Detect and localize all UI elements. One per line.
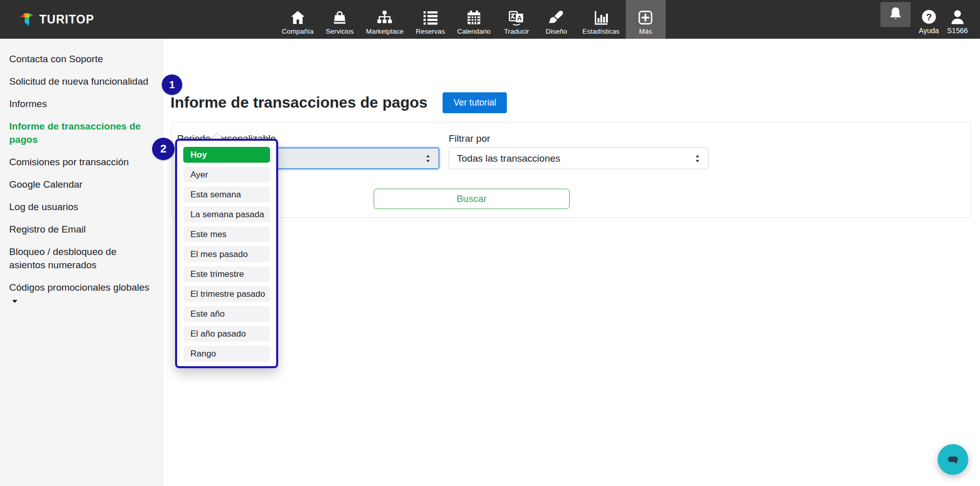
dropdown-option-mes-pasado[interactable]: El mes pasado (183, 246, 270, 262)
chat-bubble-icon (945, 451, 961, 468)
topnav-item-mas[interactable]: Más (626, 0, 666, 39)
top-navigation-bar: TURITOP Compañía Servicios Marketplace R… (0, 0, 980, 39)
sidebar-item-solicitud[interactable]: Solicitud de nueva funcionalidad (9, 75, 153, 88)
home-icon (289, 9, 306, 26)
select-updown-icon (424, 154, 432, 163)
view-tutorial-button[interactable]: Ver tutorial (443, 92, 507, 113)
logo[interactable]: TURITOP (0, 0, 276, 39)
topnav-item-diseno[interactable]: Diseño (536, 0, 576, 39)
page-title: Informe de transacciones de pagos (170, 91, 427, 114)
sitemap-icon (376, 9, 394, 26)
sidebar-item-soporte[interactable]: Contacta con Soporte (9, 53, 153, 66)
topnav-item-traducir[interactable]: A Traducir (497, 0, 536, 39)
sidebar-item-registro-email[interactable]: Registro de Email (9, 223, 153, 236)
notifications-button[interactable] (880, 2, 911, 27)
calendar-icon (465, 9, 482, 26)
sidebar: Contacta con Soporte Solicitud de nueva … (0, 39, 163, 486)
chat-launcher-button[interactable] (938, 444, 968, 475)
transactions-filter-value: Todas las transacciones (457, 153, 560, 164)
topnav-item-reservas[interactable]: Reservas (410, 0, 451, 39)
sidebar-item-bloqueo-asientos[interactable]: Bloqueo / desbloqueo de asientos numerad… (9, 245, 153, 272)
dropdown-option-ayer[interactable]: Ayer (183, 167, 270, 183)
topnav-item-calendario[interactable]: Calendario (451, 0, 497, 39)
topbar-right-group: ? Ayuda S1566 (880, 0, 980, 39)
chart-icon (592, 9, 609, 26)
sidebar-item-comisiones[interactable]: Comisiones por transacción (9, 156, 153, 169)
dropdown-option-semana-pasada[interactable]: La semana pasada (183, 207, 270, 222)
annotation-step-2-badge: 2 (152, 138, 175, 160)
dropdown-option-esta-semana[interactable]: Esta semana (183, 187, 270, 202)
dropdown-option-ano-pasado[interactable]: El año pasado (183, 326, 270, 342)
dropdown-option-hoy[interactable]: Hoy (183, 147, 270, 163)
filters-panel: Periodo personalizable Hoy Filtrar por T… (172, 122, 971, 218)
brush-icon (548, 9, 565, 26)
transactions-filter-select[interactable]: Todas las transacciones (449, 147, 708, 169)
search-button[interactable]: Buscar (374, 189, 570, 209)
period-dropdown: Hoy Ayer Esta semana La semana pasada Es… (175, 139, 278, 368)
annotation-step-1-badge: 1 (162, 74, 182, 95)
question-circle-icon: ? (920, 8, 938, 25)
bag-icon (331, 9, 349, 26)
help-button[interactable]: ? Ayuda (919, 8, 939, 35)
dropdown-option-este-mes[interactable]: Este mes (183, 226, 270, 242)
sidebar-item-informe-transacciones[interactable]: Informe de transacciones de pagos (9, 120, 153, 146)
topnav-item-marketplace[interactable]: Marketplace (360, 0, 410, 39)
filter-by-label: Filtrar por (449, 133, 708, 144)
dropdown-option-trimestre-pasado[interactable]: El trimestre pasado (183, 286, 270, 302)
account-button[interactable]: S1566 (947, 8, 968, 35)
primary-nav: Compañía Servicios Marketplace Reservas … (276, 0, 666, 39)
account-id-label: S1566 (947, 27, 968, 35)
user-icon (949, 8, 966, 25)
topnav-item-compania[interactable]: Compañía (276, 0, 320, 39)
dropdown-option-rango[interactable]: Rango (183, 346, 270, 362)
help-label: Ayuda (919, 27, 939, 35)
plus-square-icon (637, 9, 654, 26)
select-updown-icon (694, 154, 701, 163)
sidebar-item-codigos-promocionales[interactable]: Códigos promocionales globales (9, 281, 153, 308)
list-icon (422, 9, 439, 26)
translate-icon: A (508, 9, 525, 26)
sidebar-item-google-calendar[interactable]: Google Calendar (9, 178, 153, 191)
caret-down-icon (12, 300, 17, 303)
dropdown-option-este-ano[interactable]: Este año (183, 306, 270, 322)
sidebar-item-log-usuarios[interactable]: Log de usuarios (9, 200, 153, 214)
topnav-item-servicios[interactable]: Servicios (320, 0, 360, 39)
topnav-item-estadisticas[interactable]: Estadísticas (576, 0, 626, 39)
bell-icon (887, 5, 904, 23)
turitop-logo-icon (19, 11, 34, 28)
main-content: Informe de transacciones de pagos Ver tu… (163, 39, 980, 218)
svg-text:A: A (518, 14, 523, 22)
sidebar-item-informes[interactable]: Informes (9, 97, 153, 111)
svg-text:?: ? (926, 12, 932, 22)
dropdown-option-este-trimestre[interactable]: Este trimestre (183, 266, 270, 282)
brand-name: TURITOP (39, 13, 94, 27)
